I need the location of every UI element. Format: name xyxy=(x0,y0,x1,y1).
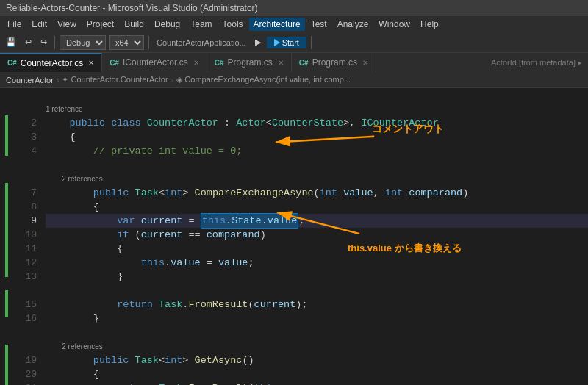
cs-icon3: C# xyxy=(215,59,224,67)
code-line-2: public class CounterActor : Actor<Counte… xyxy=(46,116,588,130)
param-value: value xyxy=(343,186,373,200)
linenum-blank xyxy=(13,88,37,102)
toolbar-sep2 xyxy=(148,36,149,49)
type-task3: Task xyxy=(135,353,159,367)
start-button[interactable]: Start xyxy=(267,37,306,48)
code-line-7: public Task<int> CompareExchangeAsync(in… xyxy=(46,186,588,200)
menu-team[interactable]: Team xyxy=(186,18,216,31)
linenum-4: 4 xyxy=(13,144,37,158)
code-line-8: { xyxy=(46,200,588,214)
type-task4: Task xyxy=(159,381,182,385)
tab-close-counteractor[interactable]: ✕ xyxy=(88,59,94,67)
punct-lt: < xyxy=(266,116,272,130)
tab-icounterr[interactable]: C# ICounterActor.cs ✕ xyxy=(102,53,207,72)
tab-counteractor[interactable]: C# CounterActor.cs ✕ xyxy=(0,53,102,72)
eq: = xyxy=(182,214,200,228)
highlighted-expression: this.State.value xyxy=(201,213,299,229)
prop-value2: value xyxy=(171,256,201,270)
method-compare: CompareExchangeAsync xyxy=(195,186,314,200)
menu-file[interactable]: File xyxy=(3,18,26,31)
ref-text-2: 2 references xyxy=(46,172,103,186)
punct-gt3: > xyxy=(182,353,188,367)
code-line-blank xyxy=(46,88,588,102)
tabs-bar: C# CounterActor.cs ✕ C# ICounterActor.cs… xyxy=(0,53,588,72)
type-task: Task xyxy=(135,186,159,200)
menu-project[interactable]: Project xyxy=(82,18,118,31)
line-numbers: 2 3 4 7 8 9 10 11 12 13 15 16 19 20 21 xyxy=(13,88,43,385)
toolbar: 💾 ↩ ↪ Debug x64 CounterActorApplicatio..… xyxy=(0,32,588,53)
assign: = xyxy=(201,256,218,270)
toolbar-sep1 xyxy=(54,36,55,49)
title-bar: Reliable-Actors-Counter - Microsoft Visu… xyxy=(0,0,588,16)
menu-architecture[interactable]: Architecture xyxy=(249,18,305,31)
kw-int: int xyxy=(165,186,182,200)
tab-close-program2[interactable]: ✕ xyxy=(362,59,368,67)
tab-close-program1[interactable]: ✕ xyxy=(278,59,284,67)
comma1: , xyxy=(373,186,385,200)
prop-state: State xyxy=(232,215,262,226)
config-dropdown[interactable]: Debug xyxy=(60,35,106,50)
kw-this3: this xyxy=(254,381,278,385)
kw-public-2: public xyxy=(46,116,111,130)
code-area[interactable]: 1 reference public class CounterActor : … xyxy=(43,88,588,385)
kw-return: return xyxy=(46,298,159,312)
code-line-ref2: 2 references xyxy=(46,172,588,186)
tab-program2[interactable]: C# Program.cs ✕ xyxy=(292,53,376,72)
linenum-10: 10 xyxy=(13,228,37,242)
linenum-3: 3 xyxy=(13,130,37,144)
kw-var: var xyxy=(46,214,141,228)
linenum-5 xyxy=(13,158,37,172)
toolbar-redo[interactable]: ↪ xyxy=(37,36,50,48)
type-icounter: ICounterActor xyxy=(361,116,438,130)
menu-tools[interactable]: Tools xyxy=(218,18,248,31)
menu-window[interactable]: Window xyxy=(374,18,415,31)
brace-open-3: { xyxy=(46,242,123,256)
breadcrumb-sep2: › xyxy=(171,76,174,84)
menu-analyze[interactable]: Analyze xyxy=(333,18,373,31)
start-label: Start xyxy=(282,38,299,47)
menu-help[interactable]: Help xyxy=(416,18,443,31)
menu-build[interactable]: Build xyxy=(120,18,148,31)
menu-test[interactable]: Test xyxy=(306,18,331,31)
brace-open-1: { xyxy=(46,130,76,144)
code-line-15: return Task.FromResult(current); xyxy=(46,298,588,312)
param-value2: value xyxy=(218,256,248,270)
space3 xyxy=(403,186,409,200)
toolbar-save[interactable]: 💾 xyxy=(3,36,19,48)
linenum-19: 19 xyxy=(13,353,37,367)
paren-if-close: ) xyxy=(260,228,266,242)
linenum-13: 13 xyxy=(13,270,37,284)
semicolon1: ; xyxy=(298,214,304,228)
code-line-3: { xyxy=(46,130,588,144)
menu-bar: File Edit View Project Build Debug Team … xyxy=(0,16,588,32)
platform-dropdown[interactable]: x64 xyxy=(109,35,144,50)
dot5: . xyxy=(182,381,188,385)
menu-debug[interactable]: Debug xyxy=(150,18,184,31)
toolbar-sep3 xyxy=(311,36,312,49)
code-line-19: public Task<int> GetAsync() xyxy=(46,353,588,367)
cs-icon4: C# xyxy=(299,59,309,67)
linenum-12: 12 xyxy=(13,256,37,270)
breadcrumb-part3[interactable]: ◈ CompareExchangeAsync(int value, int co… xyxy=(176,75,351,84)
kw-int2: int xyxy=(320,186,337,200)
lightbulb-icon[interactable]: 💡 xyxy=(43,214,45,228)
kw-return2: return xyxy=(46,381,159,385)
space1 xyxy=(188,186,194,200)
tab-close-icounter[interactable]: ✕ xyxy=(193,59,199,67)
menu-view[interactable]: View xyxy=(53,18,81,31)
breadcrumb-part2[interactable]: ✦ CounterActor.CounterActor xyxy=(62,75,168,84)
play-icon xyxy=(274,39,280,46)
type-counterstate: CounterState xyxy=(272,116,343,130)
toolbar-undo[interactable]: ↩ xyxy=(22,36,35,48)
code-line-5 xyxy=(46,158,588,172)
tab-label-counteractor: CounterActor.cs xyxy=(21,58,83,68)
title-text: Reliable-Actors-Counter - Microsoft Visu… xyxy=(6,3,258,13)
breadcrumb: CounterActor › ✦ CounterActor.CounterAct… xyxy=(0,72,588,88)
param-comparand: comparand xyxy=(409,186,462,200)
tab-metadata: ActorId [from metadata] ▸ xyxy=(485,53,588,72)
type-counteractor: CounterActor xyxy=(147,116,224,130)
menu-edit[interactable]: Edit xyxy=(27,18,51,31)
breadcrumb-part1[interactable]: CounterActor xyxy=(6,76,54,84)
tab-program1[interactable]: C# Program.cs ✕ xyxy=(207,53,292,72)
toolbar-project-name: CounterActorApplicatio... xyxy=(154,37,249,48)
